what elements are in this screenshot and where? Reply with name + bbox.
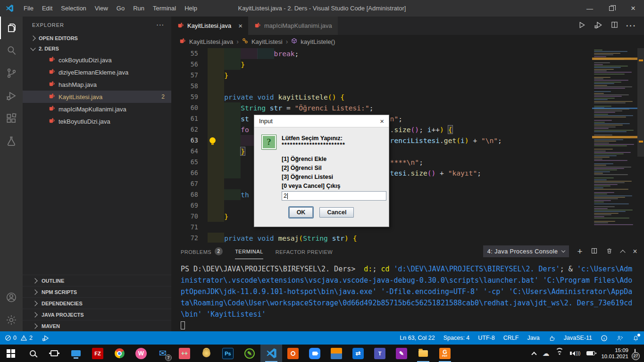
split-terminal-icon[interactable] (591, 247, 598, 255)
test-flask-icon[interactable] (0, 130, 23, 152)
taskbar-mail-icon[interactable]: ✉7 (152, 345, 174, 362)
tray-expand-icon[interactable] (532, 352, 537, 357)
menu-help[interactable]: Help (180, 5, 201, 12)
info-icon[interactable] (601, 335, 608, 342)
file-item-tekBoyutluDizi.java[interactable]: tekBoyutluDizi.java (23, 115, 171, 127)
close-panel-icon[interactable]: × (633, 247, 637, 256)
explorer-icon[interactable] (0, 17, 23, 39)
restore-button[interactable] (601, 0, 622, 17)
close-button[interactable]: × (622, 0, 644, 17)
section-java-projects[interactable]: JAVA PROJECTS (23, 309, 171, 320)
more-actions-icon[interactable]: ··· (626, 22, 636, 30)
feedback-icon[interactable] (616, 335, 624, 342)
tab-close-icon[interactable]: × (238, 22, 243, 30)
file-item-diziyeElemanEkleme.java[interactable]: diziyeElemanEkleme.java (23, 66, 171, 78)
breadcrumb-method[interactable]: kayitListele() (301, 38, 335, 45)
terminal-output[interactable]: PS D:\DEV\JAVA\PROJECTS\BIREYSEL\2. Ders… (171, 260, 644, 331)
taskbar-zoom-icon[interactable] (304, 345, 326, 362)
start-button[interactable] (0, 345, 22, 362)
tab-problems[interactable]: PROBLEMS 2 (181, 243, 223, 260)
debug-run-button[interactable] (594, 20, 603, 32)
folder-header[interactable]: 2. DERS (23, 43, 171, 54)
taskbar-red-app-icon[interactable]: ++ (174, 345, 195, 362)
taskbar-snip-icon[interactable] (282, 345, 304, 362)
debug-console-status-icon[interactable] (42, 334, 50, 342)
taskbar-filezilla-icon[interactable]: FZ (87, 345, 109, 362)
breadcrumb-file[interactable]: KayitListesi.java (189, 38, 233, 45)
file-item-hashMap.java[interactable]: hashMap.java (23, 78, 171, 91)
taskbar-coins-icon[interactable] (195, 345, 217, 362)
file-item-cokBoyutluDizi.java[interactable]: cokBoyutluDizi.java (23, 54, 171, 66)
thumbs-up-icon[interactable] (548, 335, 555, 342)
volume-icon[interactable]: ))) (570, 351, 580, 356)
minimap[interactable] (592, 48, 637, 243)
menu-run[interactable]: Run (129, 5, 149, 12)
notifications-bell-icon[interactable] (632, 335, 639, 342)
taskbar-teamviewer-icon[interactable]: ⇄ (347, 345, 369, 362)
code-editor[interactable]: 55 break;56 }57 }58 59 private void kayi… (171, 48, 644, 243)
split-editor-icon[interactable] (611, 21, 619, 31)
extensions-icon[interactable] (0, 107, 23, 130)
settings-gear-icon[interactable] (0, 309, 23, 331)
terminal-selector[interactable]: 4: Java Process Console (483, 245, 569, 257)
run-debug-icon[interactable] (0, 84, 23, 107)
taskbar-teams-icon[interactable]: T (369, 345, 391, 362)
taskbar-vscode-icon[interactable] (260, 345, 282, 362)
action-center-icon[interactable]: 27 (635, 349, 636, 358)
cancel-button[interactable]: Cancel (319, 207, 354, 218)
menu-go[interactable]: Go (112, 5, 129, 12)
section-npm-scripts[interactable]: NPM SCRIPTS (23, 286, 171, 297)
file-item-mapIciMapKullanimi.java[interactable]: mapIciMapKullanimi.java (23, 103, 171, 115)
dialog-input[interactable]: 2 (282, 191, 386, 201)
tab-mapicimapkullanimi[interactable]: mapIciMapKullanimi.java (248, 17, 338, 35)
menu-view[interactable]: View (91, 5, 112, 12)
status-eol[interactable]: CRLF (503, 335, 519, 341)
search-icon[interactable] (0, 39, 23, 62)
tray-clock[interactable]: 15:09 10.01.2021 (601, 347, 628, 360)
taskbar-photoshop-icon[interactable]: Ps (217, 345, 239, 362)
taskbar-wampserver-icon[interactable]: W (130, 345, 152, 362)
taskbar-green-pen-icon[interactable]: ✎ (239, 345, 260, 362)
source-control-icon[interactable] (0, 62, 23, 84)
taskbar-search-icon[interactable] (22, 345, 43, 362)
onedrive-cloud-icon[interactable]: ☁ (542, 349, 549, 358)
run-button[interactable] (577, 21, 586, 31)
tab-kayitlistesi[interactable]: KayitListesi.java × (171, 17, 248, 35)
wifi-icon[interactable] (555, 350, 564, 356)
taskbar-file-explorer-icon[interactable] (412, 345, 434, 362)
editor-scrollbar[interactable] (637, 48, 644, 243)
status-jdk[interactable]: JavaSE-11 (564, 335, 592, 341)
taskbar-chrome-icon[interactable] (109, 345, 130, 362)
section-outline[interactable]: OUTLINE (23, 275, 171, 286)
open-editors-header[interactable]: OPEN EDITORS (23, 33, 171, 43)
ok-button[interactable]: OK (289, 207, 313, 218)
section-dependencies[interactable]: DEPENDENCIES (23, 297, 171, 309)
taskbar-remote-desktop-icon[interactable] (65, 345, 87, 362)
account-icon[interactable] (0, 286, 23, 309)
menu-edit[interactable]: Edit (38, 5, 57, 12)
problems-status[interactable]: 0 2 (5, 335, 33, 341)
battery-icon[interactable] (586, 351, 595, 355)
status-language[interactable]: Java (527, 335, 539, 341)
maximize-panel-icon[interactable] (620, 250, 625, 255)
dialog-close-icon[interactable]: × (380, 117, 384, 125)
menu-selection[interactable]: Selection (57, 5, 90, 12)
minimize-button[interactable]: — (579, 0, 601, 17)
task-view-icon[interactable] (43, 345, 65, 362)
menu-terminal[interactable]: Terminal (149, 5, 180, 12)
status-indentation[interactable]: Spaces: 4 (443, 335, 470, 341)
new-terminal-icon[interactable]: + (577, 247, 583, 256)
section-maven[interactable]: MAVEN (23, 320, 171, 331)
kill-terminal-icon[interactable] (606, 247, 613, 255)
sidebar-more-icon[interactable]: ··· (157, 22, 165, 28)
status-cursor-position[interactable]: Ln 63, Col 22 (400, 335, 435, 341)
menu-file[interactable]: File (19, 5, 38, 12)
file-item-KayitListesi.java[interactable]: KayitListesi.java2 (23, 91, 171, 103)
status-encoding[interactable]: UTF-8 (478, 335, 494, 341)
tab-refactor-preview[interactable]: REFACTOR PREVIEW (276, 243, 333, 260)
tab-terminal[interactable]: TERMINAL (235, 243, 263, 260)
taskbar-vmware-icon[interactable] (326, 345, 347, 362)
breadcrumb-class[interactable]: KayitListesi (251, 38, 283, 45)
taskbar-purple-pen-icon[interactable]: ✎ (391, 345, 412, 362)
taskbar-gaaiho-pdf-icon[interactable]: GPDF (434, 345, 456, 362)
